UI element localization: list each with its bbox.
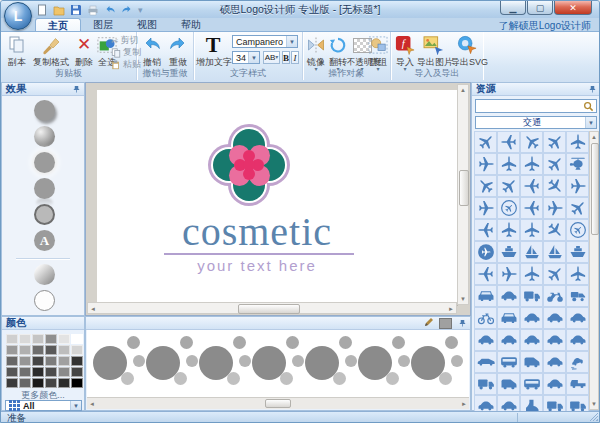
color-swatch[interactable] [45, 334, 57, 344]
color-swatch[interactable] [6, 378, 18, 388]
car-icon[interactable] [543, 329, 566, 351]
cplane-icon[interactable] [566, 219, 589, 241]
canvas-vertical-scrollbar[interactable]: ▲ ▼ [457, 84, 469, 305]
limo-icon[interactable] [474, 351, 497, 373]
stroke-pen-icon[interactable] [424, 317, 434, 329]
canvas-horizontal-scrollbar[interactable]: ◄ ► [87, 302, 457, 314]
plane-n-icon[interactable] [520, 263, 543, 285]
color-swatch[interactable] [6, 345, 18, 355]
color-filter-select[interactable]: All ▼ [5, 400, 82, 411]
color-swatch[interactable] [71, 356, 83, 366]
bold-button[interactable]: B [282, 51, 290, 64]
color-swatch[interactable] [71, 345, 83, 355]
color-swatch[interactable] [32, 334, 44, 344]
design-page[interactable]: cosmetic your text here [97, 90, 457, 305]
save-icon[interactable] [69, 3, 83, 16]
plane-w-icon[interactable] [474, 219, 497, 241]
tab-help[interactable]: 帮助 [169, 18, 213, 31]
cplane-icon[interactable] [497, 197, 520, 219]
color-swatch[interactable] [32, 367, 44, 377]
logo-flower[interactable] [209, 125, 289, 205]
circle-cluster-shape[interactable] [146, 334, 199, 392]
carf-icon[interactable] [497, 307, 520, 329]
color-swatch[interactable] [45, 367, 57, 377]
canvas-area[interactable]: cosmetic your text here ▲ ▼ ◄ ► [85, 82, 471, 316]
color-swatch[interactable] [71, 367, 83, 377]
skid-icon[interactable] [566, 351, 589, 373]
effect-outline[interactable] [34, 290, 55, 311]
resources-pin-icon[interactable] [589, 84, 596, 95]
plane-n-icon[interactable] [497, 219, 520, 241]
color-swatch[interactable] [58, 356, 70, 366]
circle-cluster-shape[interactable] [252, 334, 305, 392]
export-image-button[interactable]: 导出图片 [417, 33, 451, 67]
resources-scrollbar[interactable]: ▲ ▼ [589, 131, 599, 410]
car-icon[interactable] [543, 351, 566, 373]
scroll-left-icon[interactable]: ◄ [88, 304, 98, 314]
resources-scroll-down-icon[interactable]: ▼ [589, 399, 599, 409]
circle-cluster-shape[interactable] [411, 334, 464, 392]
color-swatch[interactable] [58, 367, 70, 377]
car-icon[interactable] [497, 329, 520, 351]
fill-swatch-icon[interactable] [439, 318, 452, 329]
tab-layers[interactable]: 图层 [81, 18, 125, 31]
color-swatch[interactable] [19, 378, 31, 388]
category-select[interactable]: 交通 ▼ [475, 116, 597, 129]
gallery-pin-icon[interactable] [459, 318, 466, 329]
minimize-button[interactable]: ▁ [500, 1, 526, 15]
plane-ne-icon[interactable] [543, 153, 566, 175]
maximize-button[interactable]: ▢ [527, 1, 553, 15]
plane-ne-icon[interactable] [566, 197, 589, 219]
circle-cluster-shape[interactable] [93, 334, 146, 392]
color-swatch[interactable] [19, 334, 31, 344]
color-swatch[interactable] [32, 345, 44, 355]
car-icon[interactable] [566, 329, 589, 351]
color-swatch[interactable] [58, 345, 70, 355]
font-family-select[interactable]: Campanero▼ [232, 35, 298, 48]
van-icon[interactable] [520, 351, 543, 373]
color-swatch[interactable] [6, 334, 18, 344]
plane-w-icon[interactable] [520, 197, 543, 219]
qat-dropdown-icon[interactable]: ▾ [138, 5, 143, 15]
bike-icon[interactable] [474, 307, 497, 329]
tab-home[interactable]: 主页 [35, 18, 81, 32]
ship-icon[interactable] [566, 241, 589, 263]
circle-cluster-shape[interactable] [199, 334, 252, 392]
plane-nw-icon[interactable] [520, 131, 543, 153]
gallery-scrollbar[interactable]: ◄ ► [87, 397, 469, 409]
circle-cluster-shape[interactable] [305, 334, 358, 392]
plane-ne-icon[interactable] [543, 131, 566, 153]
circle-cluster-shape[interactable] [358, 334, 411, 392]
duplicate-button[interactable]: 副本 [3, 33, 31, 67]
pin-icon[interactable] [73, 84, 80, 95]
color-swatch[interactable] [71, 334, 83, 344]
plane-e-icon[interactable] [566, 175, 589, 197]
color-swatch[interactable] [19, 367, 31, 377]
new-document-icon[interactable] [35, 3, 49, 16]
effect-gradient[interactable] [34, 264, 55, 285]
format-painter-button[interactable]: 复制格式 [31, 33, 71, 67]
color-swatch[interactable] [45, 345, 57, 355]
logo-tagline[interactable]: your text here [97, 257, 417, 274]
change-case-button[interactable]: AB▾ [263, 51, 280, 64]
color-swatch[interactable] [45, 356, 57, 366]
scroll-right-icon[interactable]: ► [446, 304, 456, 314]
effect-glow[interactable] [34, 152, 55, 173]
plane-w-icon[interactable] [497, 131, 520, 153]
color-swatch[interactable] [19, 345, 31, 355]
plane-ne-icon[interactable] [543, 263, 566, 285]
moto-icon[interactable] [543, 285, 566, 307]
plane-n-icon[interactable] [520, 153, 543, 175]
plane-n-icon[interactable] [520, 219, 543, 241]
plane-w-icon[interactable] [474, 263, 497, 285]
plane-n-icon[interactable] [566, 131, 589, 153]
italic-button[interactable]: I [291, 51, 299, 64]
logo-text[interactable]: cosmetic [97, 208, 417, 255]
plane-e-icon[interactable] [474, 153, 497, 175]
gallery-scroll-right-icon[interactable]: ► [459, 399, 469, 409]
car-icon[interactable] [566, 307, 589, 329]
color-swatch[interactable] [32, 356, 44, 366]
sail-icon[interactable] [520, 241, 543, 263]
color-swatch[interactable] [45, 378, 57, 388]
pickup-icon[interactable] [566, 373, 589, 395]
